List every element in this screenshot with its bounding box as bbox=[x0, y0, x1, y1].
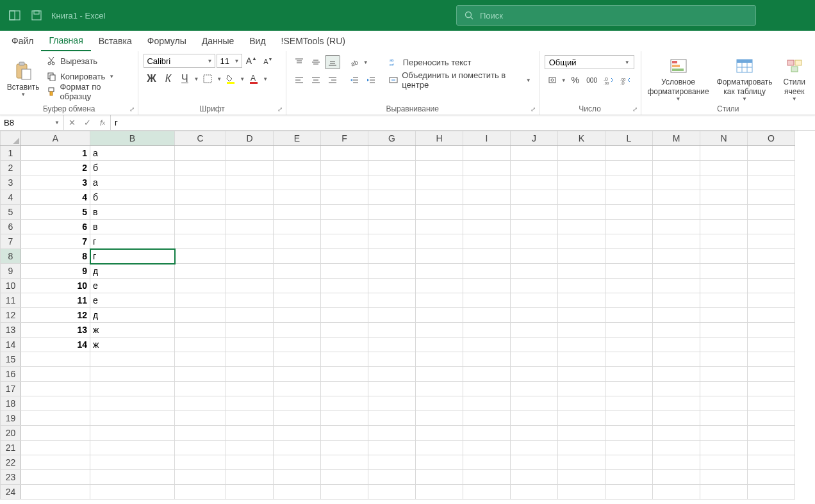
cell[interactable] bbox=[700, 249, 748, 264]
cell[interactable] bbox=[511, 382, 558, 396]
cell[interactable] bbox=[368, 190, 416, 205]
cell[interactable] bbox=[321, 337, 368, 352]
cell[interactable]: 2 bbox=[21, 161, 90, 175]
cell[interactable] bbox=[368, 161, 416, 175]
column-header[interactable]: J bbox=[511, 131, 558, 146]
cell[interactable] bbox=[321, 234, 368, 249]
cell[interactable] bbox=[416, 161, 463, 175]
cell[interactable] bbox=[653, 426, 700, 441]
format-painter-button[interactable]: Формат по образцу bbox=[44, 85, 133, 99]
font-name-combo[interactable]: Calibri▼ bbox=[144, 54, 215, 68]
conditional-formatting-button[interactable]: Условное форматирование▼ bbox=[646, 54, 711, 104]
cell[interactable] bbox=[274, 308, 321, 323]
column-header[interactable]: F bbox=[321, 131, 368, 146]
cell[interactable] bbox=[463, 455, 511, 470]
cell[interactable] bbox=[321, 323, 368, 337]
cell[interactable] bbox=[700, 293, 748, 308]
cell[interactable] bbox=[226, 190, 274, 205]
cell[interactable] bbox=[558, 382, 605, 396]
cell[interactable] bbox=[175, 411, 226, 426]
spreadsheet-grid[interactable]: ABCDEFGHIJKLMNO11а22б33а44б55в66в77г88г9… bbox=[0, 131, 815, 500]
row-header[interactable]: 4 bbox=[1, 190, 21, 205]
cell[interactable] bbox=[605, 485, 653, 500]
cell[interactable] bbox=[175, 161, 226, 175]
cell[interactable] bbox=[274, 146, 321, 161]
cell[interactable] bbox=[226, 293, 274, 308]
cell[interactable] bbox=[226, 161, 274, 175]
cell[interactable] bbox=[700, 470, 748, 485]
cell[interactable] bbox=[558, 337, 605, 352]
cell[interactable] bbox=[321, 293, 368, 308]
cell[interactable] bbox=[463, 382, 511, 396]
cell[interactable] bbox=[175, 175, 226, 190]
cell[interactable] bbox=[175, 234, 226, 249]
cell[interactable] bbox=[463, 234, 511, 249]
cell[interactable] bbox=[653, 382, 700, 396]
cell[interactable] bbox=[463, 308, 511, 323]
cell[interactable] bbox=[321, 205, 368, 220]
cell[interactable] bbox=[653, 323, 700, 337]
cell[interactable] bbox=[416, 220, 463, 234]
cell[interactable] bbox=[511, 455, 558, 470]
cell[interactable] bbox=[226, 205, 274, 220]
cell[interactable] bbox=[558, 220, 605, 234]
cell[interactable] bbox=[368, 293, 416, 308]
cell[interactable] bbox=[558, 175, 605, 190]
cell[interactable] bbox=[274, 323, 321, 337]
cell[interactable] bbox=[653, 470, 700, 485]
formula-input[interactable] bbox=[115, 118, 811, 127]
clipboard-launcher[interactable]: ⤢ bbox=[128, 104, 136, 113]
cell[interactable] bbox=[90, 352, 175, 367]
cell[interactable] bbox=[700, 411, 748, 426]
cell[interactable] bbox=[653, 205, 700, 220]
format-as-table-button[interactable]: Форматировать как таблицу▼ bbox=[713, 54, 777, 104]
cell[interactable] bbox=[368, 175, 416, 190]
cell[interactable] bbox=[175, 455, 226, 470]
cell[interactable] bbox=[463, 146, 511, 161]
cell[interactable] bbox=[274, 470, 321, 485]
search-box[interactable] bbox=[456, 5, 756, 26]
cell[interactable] bbox=[605, 279, 653, 293]
cell[interactable] bbox=[21, 426, 90, 441]
font-size-combo[interactable]: 11▼ bbox=[217, 54, 242, 68]
cell[interactable] bbox=[558, 367, 605, 382]
cell[interactable] bbox=[90, 426, 175, 441]
cell[interactable] bbox=[368, 234, 416, 249]
decrease-indent-button[interactable] bbox=[347, 73, 362, 87]
cell[interactable] bbox=[21, 485, 90, 500]
increase-indent-button[interactable] bbox=[363, 73, 379, 87]
cell[interactable] bbox=[700, 455, 748, 470]
cell[interactable] bbox=[748, 396, 795, 411]
cell[interactable] bbox=[653, 308, 700, 323]
cell[interactable] bbox=[700, 337, 748, 352]
cell[interactable] bbox=[748, 367, 795, 382]
cell[interactable] bbox=[368, 441, 416, 455]
insert-function-button[interactable]: fx bbox=[95, 118, 110, 127]
cell[interactable] bbox=[416, 175, 463, 190]
cell[interactable] bbox=[511, 190, 558, 205]
cell[interactable] bbox=[226, 220, 274, 234]
row-header[interactable]: 16 bbox=[1, 367, 21, 382]
cell[interactable] bbox=[416, 234, 463, 249]
column-header[interactable]: M bbox=[653, 131, 700, 146]
cell[interactable] bbox=[368, 279, 416, 293]
row-header[interactable]: 24 bbox=[1, 485, 21, 500]
cell[interactable] bbox=[748, 175, 795, 190]
cell[interactable] bbox=[511, 485, 558, 500]
accounting-format-button[interactable] bbox=[545, 73, 560, 87]
cell[interactable] bbox=[653, 190, 700, 205]
cell[interactable] bbox=[558, 485, 605, 500]
cell[interactable] bbox=[274, 352, 321, 367]
chevron-down-icon[interactable]: ▼ bbox=[561, 77, 566, 83]
cell[interactable] bbox=[748, 426, 795, 441]
cell[interactable] bbox=[321, 441, 368, 455]
column-header[interactable]: E bbox=[274, 131, 321, 146]
wrap-text-button[interactable]: abc↵ Переносить текст bbox=[386, 55, 534, 69]
row-header[interactable]: 15 bbox=[1, 352, 21, 367]
cell[interactable] bbox=[368, 308, 416, 323]
cell[interactable] bbox=[463, 441, 511, 455]
cell[interactable] bbox=[653, 337, 700, 352]
row-header[interactable]: 6 bbox=[1, 220, 21, 234]
row-header[interactable]: 7 bbox=[1, 234, 21, 249]
cell[interactable] bbox=[21, 411, 90, 426]
